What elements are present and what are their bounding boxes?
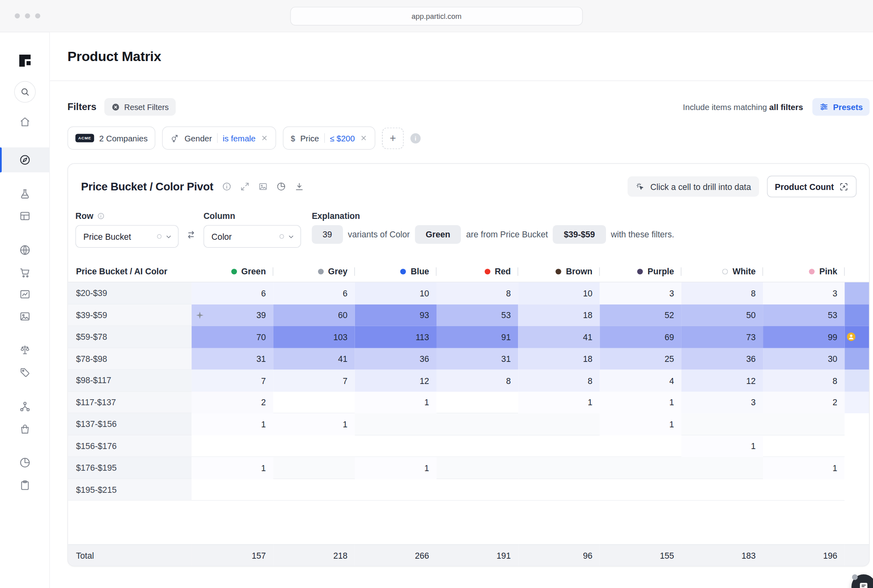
pivot-cell[interactable] <box>600 479 681 500</box>
pivot-cell[interactable]: 12 <box>355 370 436 391</box>
pivot-cell[interactable]: 113 <box>355 326 436 348</box>
pivot-cell[interactable]: 8 <box>518 370 600 391</box>
pivot-cell[interactable]: 7 <box>192 370 273 391</box>
pivot-cell[interactable] <box>355 435 436 457</box>
sidebar-item-lab[interactable] <box>0 186 50 202</box>
pivot-cell[interactable] <box>763 413 844 435</box>
pivot-cell-overflow[interactable] <box>844 435 869 457</box>
pivot-cell[interactable] <box>273 435 355 457</box>
pivot-cell[interactable]: 1 <box>355 392 436 413</box>
pivot-cell[interactable]: 1 <box>192 457 273 479</box>
pivot-cell[interactable] <box>436 457 518 479</box>
sidebar-item-tables[interactable] <box>0 208 50 225</box>
pivot-cell[interactable]: 1 <box>273 413 355 435</box>
pivot-cell[interactable]: 36 <box>681 348 763 370</box>
pivot-cell[interactable]: 1 <box>600 413 681 435</box>
pivot-cell[interactable] <box>436 392 518 413</box>
pivot-cell[interactable] <box>192 435 273 457</box>
pivot-cell[interactable] <box>681 457 763 479</box>
pivot-cell[interactable]: 99 <box>763 326 844 348</box>
pivot-cell-overflow[interactable] <box>844 370 869 391</box>
sidebar-item-home[interactable] <box>0 113 50 130</box>
column-select[interactable]: Color <box>204 225 301 247</box>
pivot-cell[interactable]: 31 <box>192 348 273 370</box>
pivot-cell[interactable]: 8 <box>681 282 763 304</box>
pivot-cell-overflow[interactable] <box>844 413 869 435</box>
pivot-cell[interactable]: 6 <box>273 282 355 304</box>
pivot-cell[interactable]: 6 <box>192 282 273 304</box>
filter-chip-price[interactable]: $ Price ≤ $200 <box>283 127 375 150</box>
pivot-cell[interactable]: 93 <box>355 304 436 326</box>
pivot-cell[interactable]: 52 <box>600 304 681 326</box>
pivot-cell[interactable]: 4 <box>600 370 681 391</box>
window-dot[interactable] <box>25 13 30 18</box>
info-icon[interactable]: i <box>410 133 420 143</box>
url-bar[interactable]: app.particl.com <box>290 6 583 25</box>
pivot-cell-overflow[interactable] <box>844 304 869 326</box>
pivot-cell[interactable] <box>681 413 763 435</box>
pivot-cell[interactable] <box>192 479 273 500</box>
remove-filter-icon[interactable] <box>360 135 367 142</box>
pivot-cell[interactable] <box>273 479 355 500</box>
sidebar-item-share[interactable] <box>0 454 50 471</box>
pivot-cell[interactable] <box>763 435 844 457</box>
swap-axes-button[interactable] <box>186 229 197 240</box>
pivot-cell[interactable]: 18 <box>518 304 600 326</box>
sidebar-item-chart-frame[interactable] <box>0 286 50 302</box>
sidebar-item-pricing[interactable] <box>0 364 50 381</box>
pivot-cell[interactable]: 1 <box>763 457 844 479</box>
pivot-cell[interactable] <box>518 435 600 457</box>
sidebar-item-shopping[interactable] <box>0 421 50 437</box>
pivot-cell[interactable]: 3 <box>600 282 681 304</box>
pivot-info-button[interactable] <box>222 182 232 192</box>
expand-button[interactable] <box>240 182 250 192</box>
pivot-cell[interactable] <box>273 457 355 479</box>
window-dot[interactable] <box>35 13 41 18</box>
pivot-cell[interactable]: 60 <box>273 304 355 326</box>
pivot-cell[interactable]: 53 <box>436 304 518 326</box>
pivot-cell[interactable]: 8 <box>763 370 844 391</box>
pivot-cell[interactable] <box>436 413 518 435</box>
pivot-cell[interactable]: 8 <box>436 370 518 391</box>
pivot-cell[interactable]: 1 <box>192 413 273 435</box>
pivot-cell[interactable]: 91 <box>436 326 518 348</box>
pivot-cell[interactable] <box>355 413 436 435</box>
sidebar-item-compare[interactable] <box>0 341 50 358</box>
pivot-cell[interactable] <box>355 479 436 500</box>
pivot-cell[interactable]: 1 <box>600 392 681 413</box>
pivot-cell[interactable]: 10 <box>355 282 436 304</box>
pivot-cell[interactable] <box>681 479 763 500</box>
pivot-cell[interactable]: 12 <box>681 370 763 391</box>
pivot-cell[interactable]: 7 <box>273 370 355 391</box>
pivot-cell-overflow[interactable] <box>844 282 869 304</box>
pivot-cell-overflow[interactable] <box>844 392 869 413</box>
image-export-button[interactable] <box>258 182 268 192</box>
pivot-cell[interactable]: 8 <box>436 282 518 304</box>
chart-type-button[interactable] <box>276 182 286 192</box>
pivot-cell-overflow[interactable] <box>844 457 869 479</box>
pivot-cell[interactable]: 41 <box>273 348 355 370</box>
pivot-cell[interactable] <box>436 435 518 457</box>
remove-filter-icon[interactable] <box>261 135 268 142</box>
pivot-cell[interactable]: 1 <box>681 435 763 457</box>
pivot-cell[interactable]: 2 <box>192 392 273 413</box>
metric-button[interactable]: Product Count <box>767 176 857 198</box>
pivot-cell[interactable]: 31 <box>436 348 518 370</box>
sidebar-item-globe[interactable] <box>0 241 50 258</box>
pivot-cell-overflow[interactable] <box>844 326 869 348</box>
pivot-cell[interactable]: 73 <box>681 326 763 348</box>
filter-chip-companies[interactable]: ACME 2 Companies <box>67 127 155 150</box>
pivot-cell[interactable]: 10 <box>518 282 600 304</box>
match-mode-value[interactable]: all filters <box>769 102 803 112</box>
pivot-cell[interactable]: 18 <box>518 348 600 370</box>
pivot-cell[interactable] <box>600 457 681 479</box>
pivot-cell[interactable]: 53 <box>763 304 844 326</box>
pivot-cell-overflow[interactable] <box>844 479 869 500</box>
pivot-cell-overflow[interactable] <box>844 348 869 370</box>
window-dot[interactable] <box>15 13 20 18</box>
pivot-cell[interactable]: 3 <box>763 282 844 304</box>
pivot-cell[interactable] <box>518 413 600 435</box>
sidebar-item-reports[interactable] <box>0 477 50 494</box>
pivot-cell[interactable]: 70 <box>192 326 273 348</box>
pivot-cell[interactable]: 41 <box>518 326 600 348</box>
